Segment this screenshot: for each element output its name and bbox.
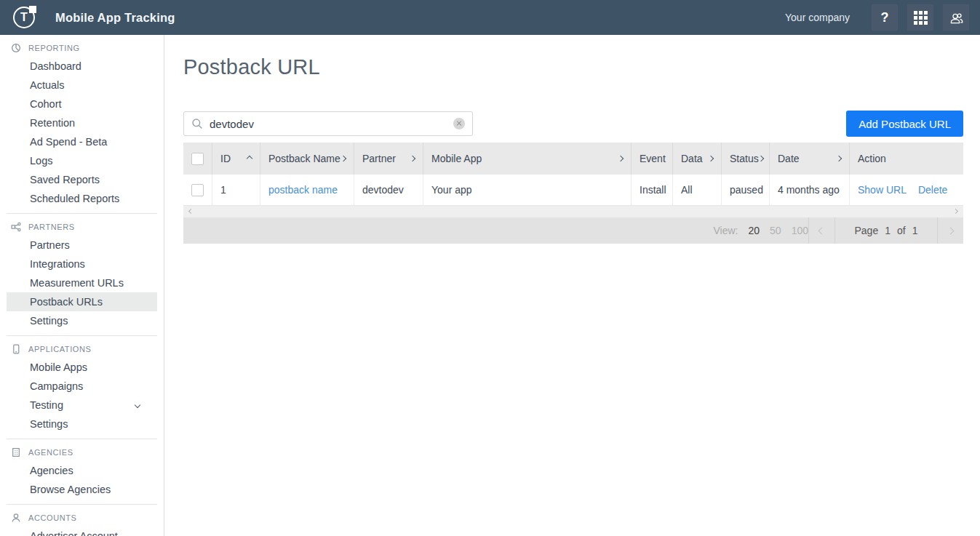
of-label: of [897, 225, 906, 236]
grid-icon [914, 11, 928, 25]
view-option-50[interactable]: 50 [770, 225, 781, 236]
column-label: Data [681, 153, 703, 164]
view-label: View: [714, 225, 738, 236]
prev-page-button[interactable] [809, 217, 834, 244]
sidebar-item-postback-urls[interactable]: Postback URLs [7, 292, 157, 311]
cell-status: paused [722, 175, 770, 205]
sidebar-section-reporting: REPORTING Dashboard Actuals Cohort Reten… [7, 35, 157, 214]
sidebar-item-actuals[interactable]: Actuals [7, 76, 157, 95]
sort-icon [340, 156, 346, 161]
view-option-100[interactable]: 100 [792, 225, 808, 236]
tune-logo[interactable] [13, 7, 35, 28]
scroll-right-icon[interactable] [953, 209, 958, 214]
clear-search-icon[interactable] [453, 118, 465, 129]
view-option-20[interactable]: 20 [748, 225, 760, 236]
column-label: Partner [362, 153, 396, 164]
sidebar-item-testing[interactable]: Testing [7, 396, 157, 415]
column-header-action: Action [850, 143, 963, 175]
sidebar-item-advertiser-account[interactable]: Advertiser Account [7, 527, 157, 536]
sidebar-item-agencies[interactable]: Agencies [7, 461, 157, 480]
scroll-left-icon[interactable] [188, 209, 194, 214]
company-name[interactable]: Your company [785, 12, 850, 23]
horizontal-scrollbar[interactable] [183, 206, 963, 217]
page-title: Postback URL [183, 55, 320, 79]
sidebar-item-partners[interactable]: Partners [7, 236, 157, 255]
sidebar-item-dashboard[interactable]: Dashboard [7, 57, 157, 76]
sidebar-item-scheduled-reports[interactable]: Scheduled Reports [7, 189, 157, 208]
sidebar-item-logs[interactable]: Logs [7, 151, 157, 170]
row-checkbox[interactable] [191, 184, 204, 196]
sidebar-item-browse-agencies[interactable]: Browse Agencies [7, 480, 157, 499]
total-pages: 1 [912, 225, 918, 236]
page-label: Page [855, 225, 879, 236]
table-header-row: ID Postback Name Partner Mobile App Even… [183, 143, 963, 175]
section-label: APPLICATIONS [28, 345, 91, 353]
cell-data: All [673, 175, 722, 205]
account-button[interactable] [943, 4, 969, 31]
sidebar-item-saved-reports[interactable]: Saved Reports [7, 170, 157, 189]
mobile-phone-icon [11, 344, 21, 354]
sidebar-item-retention[interactable]: Retention [7, 113, 157, 132]
cell-date: 4 months ago [770, 175, 850, 205]
apps-grid-button[interactable] [907, 4, 933, 31]
column-label: Action [858, 153, 886, 164]
logo-ring [13, 7, 35, 28]
column-label: Mobile App [431, 153, 482, 164]
sidebar-item-application-settings[interactable]: Settings [7, 415, 157, 433]
cell-partner: devtodev [354, 175, 423, 205]
sidebar-item-partner-settings[interactable]: Settings [7, 311, 157, 330]
search-box [183, 111, 473, 136]
column-label: Date [778, 153, 800, 164]
sidebar-section-agencies: AGENCIES Agencies Browse Agencies [7, 439, 157, 505]
select-all-checkbox[interactable] [191, 153, 204, 165]
sidebar-section-applications: APPLICATIONS Mobile Apps Campaigns Testi… [7, 336, 157, 439]
section-label: AGENCIES [28, 448, 73, 457]
sidebar-item-measurement-urls[interactable]: Measurement URLs [7, 273, 157, 292]
column-header-status[interactable]: Status [722, 143, 770, 175]
sidebar-item-mobile-apps[interactable]: Mobile Apps [7, 358, 157, 377]
sort-icon [618, 156, 624, 161]
sidebar-section-partners: PARTNERS Partners Integrations Measureme… [7, 214, 157, 336]
column-header-partner[interactable]: Partner [354, 143, 423, 175]
sidebar-item-label: Testing [30, 396, 63, 415]
row-select-cell [183, 175, 212, 205]
question-mark-icon: ? [881, 10, 889, 25]
page-number: 1 [885, 225, 891, 236]
section-label: ACCOUNTS [28, 513, 77, 522]
sidebar-item-integrations[interactable]: Integrations [7, 255, 157, 273]
next-page-button[interactable] [938, 217, 963, 244]
user-icon [11, 513, 21, 523]
column-header-postback-name[interactable]: Postback Name [260, 143, 354, 175]
section-header: REPORTING [7, 39, 157, 57]
column-header-data[interactable]: Data [673, 143, 722, 175]
section-label: REPORTING [28, 44, 80, 52]
delete-link[interactable]: Delete [918, 184, 947, 196]
cell-action: Show URL Delete [850, 175, 963, 205]
help-button[interactable]: ? [872, 4, 898, 31]
section-header: ACCOUNTS [7, 509, 157, 527]
navbar-right: Your company ? [785, 4, 980, 31]
search-input[interactable] [203, 118, 453, 130]
sort-asc-icon [247, 156, 252, 161]
sidebar-item-ad-spend-beta[interactable]: Ad Spend - Beta [7, 132, 157, 151]
column-header-mobile-app[interactable]: Mobile App [423, 143, 632, 175]
sidebar-item-cohort[interactable]: Cohort [7, 95, 157, 113]
search-icon [191, 118, 203, 129]
add-postback-url-button[interactable]: Add Postback URL [846, 111, 963, 137]
sort-icon [757, 156, 763, 161]
sidebar-item-campaigns[interactable]: Campaigns [7, 377, 157, 396]
section-label: PARTNERS [28, 223, 75, 231]
column-header-event[interactable]: Event [632, 143, 673, 175]
users-icon [949, 10, 964, 25]
sort-icon [410, 156, 415, 161]
sort-icon [836, 156, 842, 161]
main-content: Postback URL Add Postback URL ID Postbac… [164, 35, 980, 536]
show-url-link[interactable]: Show URL [858, 184, 907, 196]
chevron-left-icon [818, 227, 826, 234]
cell-mobile-app: Your app [423, 175, 632, 205]
cell-postback-name: postback name [260, 175, 354, 205]
page-info: Page 1 of 1 [835, 225, 937, 236]
postback-name-link[interactable]: postback name [268, 184, 338, 196]
column-header-id[interactable]: ID [212, 143, 260, 175]
column-header-date[interactable]: Date [770, 143, 850, 175]
